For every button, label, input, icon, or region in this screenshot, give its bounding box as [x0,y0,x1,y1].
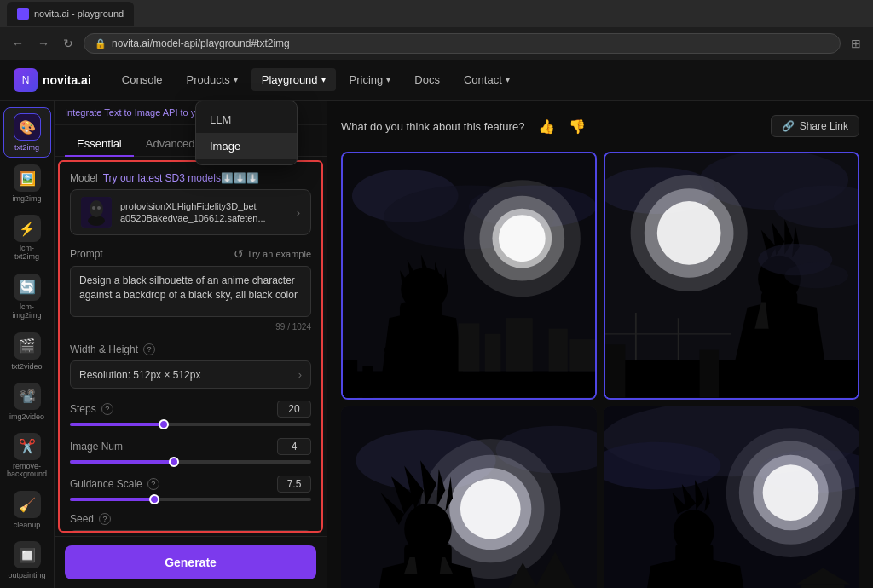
image-num-slider[interactable] [70,460,311,464]
svg-rect-97 [801,584,845,588]
sidebar-label-cleanup: cleanup [14,521,41,529]
steps-section: Steps ? 20 [70,401,311,426]
tab-favicon [17,8,29,20]
image-num-label-row: Image Num 4 [70,438,311,455]
img2video-icon: 📽️ [14,383,41,410]
size-info-icon[interactable]: ? [143,343,155,355]
nav-console[interactable]: Console [112,68,173,91]
sidebar-label-txt2video: txt2video [11,362,42,371]
sidebar-item-img2img[interactable]: 🖼️ img2img [3,159,51,208]
svg-point-12 [499,215,546,262]
top-nav: N novita.ai Console Products ▾ Playgroun… [0,60,873,101]
sidebar-item-lcm-img2img[interactable]: 🔄 lcm-img2img [3,268,51,326]
nav-products[interactable]: Products ▾ [176,68,248,91]
model-selector[interactable]: protovisionXLHighFidelity3D_bet a0520Bak… [70,189,311,235]
model-link[interactable]: Try our latest SD3 models⬇️⬇️⬇️ [103,172,259,184]
sidebar-item-lcm-txt2img[interactable]: ⚡ lcm-txt2img [3,210,51,267]
seed-label: Seed ? [70,513,311,525]
sidebar-item-txt2img[interactable]: 🎨 txt2img [3,107,51,158]
guidance-thumb[interactable] [149,494,159,504]
img2img-icon: 🖼️ [14,164,41,192]
sidebar-item-img2video[interactable]: 📽️ img2video [3,378,51,426]
lcm-img2img-icon: 🔄 [14,274,41,301]
back-button[interactable]: ← [9,35,27,52]
svg-point-2 [90,200,103,217]
share-button[interactable]: 🔗 Share Link [771,115,859,137]
steps-slider[interactable] [70,423,311,426]
svg-point-88 [674,510,714,553]
svg-rect-30 [569,339,595,371]
sidebar-item-txt2video[interactable]: 🎬 txt2video [3,327,51,376]
dropdown-image[interactable]: Image [196,133,297,159]
svg-point-61 [460,478,521,539]
left-sidebar: 🎨 txt2img 🖼️ img2img ⚡ lcm-txt2img 🔄 lcm… [0,101,55,588]
app: N novita.ai Console Products ▾ Playgroun… [0,60,873,588]
generate-bar: Generate [55,536,327,588]
image-cell-3 [341,406,597,588]
prompt-header: Prompt ↺ Try an example [70,247,311,261]
size-selector[interactable]: Resolution: 512px × 512px › [70,360,311,389]
sidebar-label-img2video: img2video [9,412,44,421]
image-grid [341,152,859,588]
dropdown-llm[interactable]: LLM [196,107,297,133]
image-cell-1 [341,152,597,400]
forward-button[interactable]: → [34,35,53,52]
browser-controls: ← → ↻ 🔒 novita.ai/model-api/playground#t… [0,27,873,60]
guidance-value: 7.5 [277,476,311,493]
svg-rect-25 [343,371,595,397]
main-content: 🎨 txt2img 🖼️ img2img ⚡ lcm-txt2img 🔄 lcm… [0,101,873,588]
image-num-thumb[interactable] [169,457,179,467]
thumbs-up-icon[interactable]: 👍 [535,114,558,138]
steps-value: 20 [277,401,311,418]
guidance-info-icon[interactable]: ? [147,478,159,490]
try-example-btn[interactable]: ↺ Try an example [234,247,311,261]
refresh-button[interactable]: ↻ [60,35,77,52]
sidebar-label-img2img: img2img [12,194,41,203]
svg-point-48 [784,262,848,288]
svg-rect-28 [506,318,533,371]
logo-text: novita.ai [43,73,91,87]
prompt-counter: 99 / 1024 [70,322,311,331]
model-label: Model Try our latest SD3 models⬇️⬇️⬇️ [70,172,311,184]
address-bar[interactable]: 🔒 novita.ai/model-api/playground#txt2img [84,33,841,54]
panel-area: Integrate Text to Image API to your prod… [55,101,327,588]
browser-tab[interactable]: novita.ai - playground [7,2,134,26]
steps-info-icon[interactable]: ? [101,403,113,415]
cast-button[interactable]: ⊞ [847,35,864,52]
thumbs-down-icon[interactable]: 👎 [565,114,589,138]
prompt-input[interactable]: Design a black silhouette of an anime ch… [70,266,311,317]
txt2img-icon: 🎨 [14,113,41,141]
size-section: Width & Height ? Resolution: 512px × 512… [70,343,311,389]
remove-bg-icon: ✂️ [14,433,41,460]
guidance-slider[interactable] [70,498,311,501]
nav-docs[interactable]: Docs [404,68,450,91]
sidebar-label-remove-bg: remove-background [7,463,47,480]
image-num-value: 4 [277,438,311,455]
nav-contact[interactable]: Contact ▾ [454,68,520,91]
sidebar-item-outpainting[interactable]: 🔲 outpainting [3,536,51,585]
nav-playground[interactable]: Playground ▾ [251,68,336,91]
steps-label: Steps ? [70,403,113,415]
size-value: Resolution: 512px × 512px [79,369,292,381]
sidebar-item-remove-bg[interactable]: ✂️ remove-background [3,428,51,485]
lcm-txt2img-icon: ⚡ [14,215,41,242]
tab-essential[interactable]: Essential [65,132,134,157]
seed-section: Seed ? [70,513,311,533]
image-num-fill [70,460,174,464]
guidance-fill [70,498,154,501]
generate-button[interactable]: Generate [65,545,316,579]
seed-input[interactable] [70,530,311,533]
svg-rect-27 [485,334,501,372]
steps-thumb[interactable] [159,419,169,429]
seed-info-icon[interactable]: ? [99,513,111,525]
svg-rect-29 [548,329,567,372]
nav-pricing[interactable]: Pricing ▾ [339,68,402,91]
sidebar-item-cleanup[interactable]: 🧹 cleanup [3,486,51,534]
playground-dropdown: LLM Image [195,101,298,165]
model-section: Model Try our latest SD3 models⬇️⬇️⬇️ [70,172,311,235]
sidebar-label-txt2img: txt2img [14,143,39,152]
sidebar-label-lcm-img2img: lcm-img2img [12,303,41,320]
logo-icon: N [14,68,38,92]
sidebar-label-outpainting: outpainting [8,571,45,579]
svg-rect-54 [700,350,719,398]
